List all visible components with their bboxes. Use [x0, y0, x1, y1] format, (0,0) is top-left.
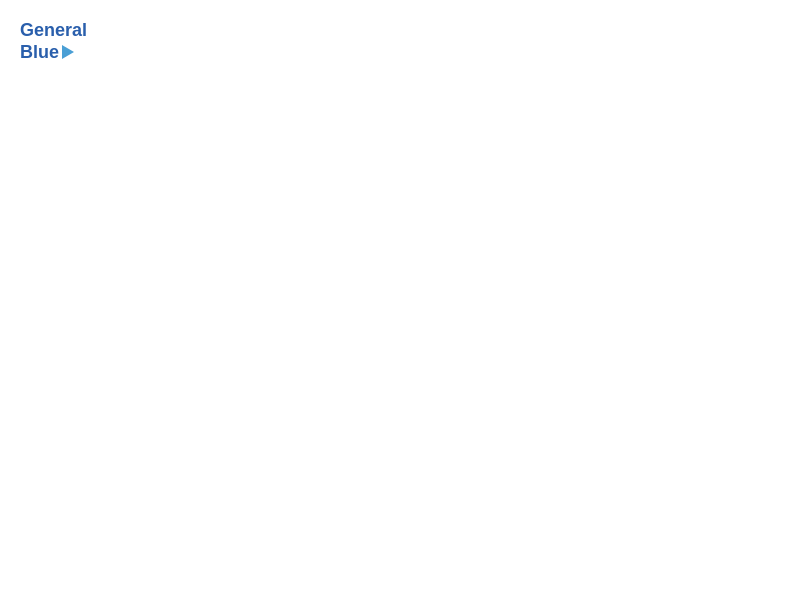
- logo-text: General Blue: [20, 20, 87, 63]
- page-header: General Blue: [20, 20, 772, 63]
- logo: General Blue: [20, 20, 87, 63]
